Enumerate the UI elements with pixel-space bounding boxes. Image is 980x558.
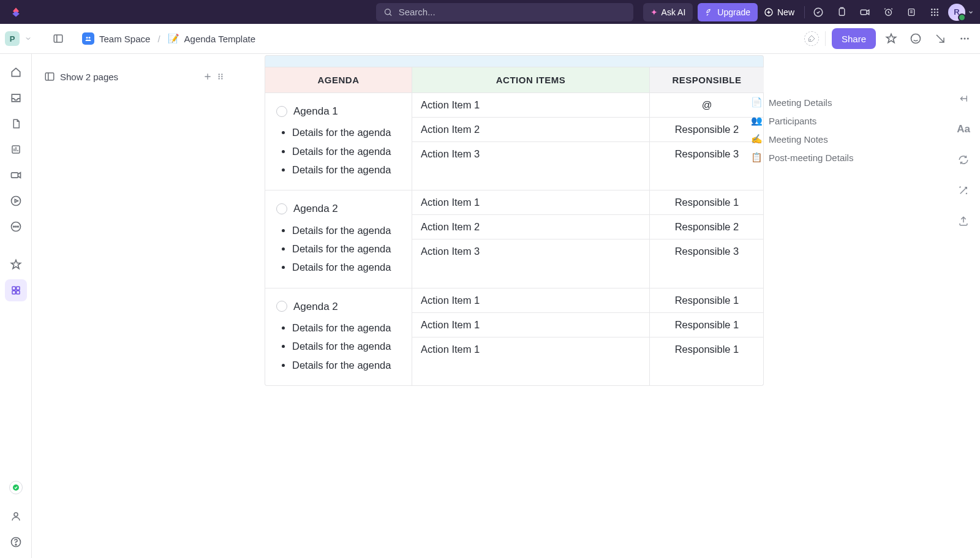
sync-icon[interactable] (956, 152, 971, 168)
show-pages-toggle[interactable]: Show 2 pages (44, 71, 225, 82)
svg-rect-34 (16, 291, 19, 294)
invite-icon[interactable] (5, 505, 27, 527)
notepad-icon[interactable] (902, 7, 921, 17)
drag-handle-icon[interactable] (216, 72, 225, 81)
alarm-icon[interactable] (878, 7, 898, 17)
responsible-item[interactable]: Responsible 2 (650, 118, 764, 142)
responsible-item[interactable]: Responsible 3 (650, 142, 764, 166)
svg-point-7 (931, 9, 933, 10)
apps-grid-icon[interactable] (925, 7, 944, 17)
video-icon[interactable] (855, 7, 875, 18)
home-icon[interactable] (5, 61, 27, 83)
action-item[interactable]: Action Item 1 (412, 93, 649, 118)
responsible-item[interactable]: Responsible 1 (650, 337, 764, 361)
agenda-cell[interactable]: Agenda 2Details for the agen­daDetails f… (265, 190, 412, 287)
tag-button[interactable] (804, 31, 819, 46)
svg-point-15 (937, 14, 938, 16)
outline-label: Participants (769, 116, 816, 126)
export-icon[interactable] (956, 213, 971, 229)
breadcrumb-space[interactable]: Team Space (99, 34, 150, 44)
favorite-button[interactable] (882, 29, 900, 48)
action-cell: Action Item 1Action Item 2Action Item 3 (412, 190, 650, 287)
docs-icon[interactable] (5, 113, 27, 135)
agenda-detail[interactable]: Details for the agen­da (292, 241, 403, 257)
right-tool-rail: Aa (956, 91, 971, 229)
collapse-outline-icon[interactable] (956, 91, 971, 107)
action-item[interactable]: Action Item 1 (412, 288, 649, 313)
agenda-detail[interactable]: Details for the agen­da (292, 259, 403, 275)
sync-status-icon[interactable] (9, 481, 23, 494)
svg-point-21 (960, 38, 962, 40)
outline-item[interactable]: 📄Meeting Details (751, 93, 880, 111)
user-menu[interactable]: R (948, 4, 974, 21)
breadcrumb-page[interactable]: Agenda Template (184, 34, 255, 44)
action-item[interactable]: Action Item 3 (412, 239, 649, 263)
outline-emoji: ✍️ (751, 134, 763, 145)
responsible-item[interactable]: Responsible 2 (650, 215, 764, 239)
sparkle-icon: ✦ (650, 7, 658, 17)
toggle-sidebar-button[interactable] (49, 29, 67, 48)
agenda-detail[interactable]: Details for the agen­da (292, 222, 403, 238)
action-item[interactable]: Action Item 2 (412, 215, 649, 239)
svg-point-11 (934, 11, 936, 13)
check-circle-icon[interactable] (809, 7, 828, 18)
agenda-detail[interactable]: Details for the agen­da (292, 124, 403, 140)
global-search[interactable] (376, 3, 633, 21)
radio-icon[interactable] (276, 301, 287, 312)
more-button[interactable] (956, 29, 974, 48)
action-item[interactable]: Action Item 2 (412, 118, 649, 142)
responsible-item[interactable]: Responsible 1 (650, 313, 764, 337)
comments-button[interactable] (907, 29, 925, 48)
clips-icon[interactable] (5, 164, 27, 186)
upgrade-button[interactable]: Upgrade (698, 3, 758, 21)
divider (804, 6, 805, 18)
magic-icon[interactable] (956, 183, 971, 198)
responsible-item[interactable]: @ (650, 93, 764, 118)
timesheet-icon[interactable] (5, 190, 27, 212)
svg-point-45 (221, 78, 222, 79)
outline-label: Meeting Notes (769, 134, 828, 145)
action-item[interactable]: Action Item 3 (412, 142, 649, 166)
radio-icon[interactable] (276, 203, 287, 214)
responsible-item[interactable]: Responsible 3 (650, 239, 764, 263)
svg-point-29 (15, 226, 17, 227)
outline-item[interactable]: 📋Post-meeting Details (751, 148, 880, 167)
typography-icon[interactable]: Aa (956, 121, 971, 137)
ask-ai-button[interactable]: ✦ Ask AI (643, 3, 693, 21)
spaces-rail-icon[interactable] (5, 279, 27, 301)
action-item[interactable]: Action Item 1 (412, 190, 649, 215)
workspace-chip[interactable]: P (5, 31, 20, 46)
breadcrumb-bar: P Team Space / 📝 Agenda Template Share (0, 24, 980, 54)
inbox-icon[interactable] (5, 87, 27, 109)
dashboards-icon[interactable] (5, 138, 27, 160)
new-button[interactable]: New (764, 7, 794, 17)
responsible-item[interactable]: Responsible 1 (650, 288, 764, 313)
share-button[interactable]: Share (832, 28, 876, 49)
outline-item[interactable]: 👥Participants (751, 111, 880, 130)
clipboard-icon[interactable] (832, 7, 851, 17)
radio-icon[interactable] (276, 106, 287, 117)
document-canvas[interactable]: Show 2 pages AGENDA ACTION ITEMS RESPONS… (32, 54, 980, 558)
agenda-detail[interactable]: Details for the agen­da (292, 320, 403, 336)
svg-point-42 (219, 76, 220, 77)
agenda-detail[interactable]: Details for the agen­da (292, 357, 403, 373)
app-logo[interactable] (0, 6, 32, 18)
outline-item[interactable]: ✍️Meeting Notes (751, 130, 880, 148)
agenda-cell[interactable]: Agenda 1Details for the agen­daDetails f… (265, 93, 412, 190)
chevron-down-icon[interactable] (24, 35, 32, 42)
agenda-detail[interactable]: Details for the agen­da (292, 338, 403, 354)
action-item[interactable]: Action Item 1 (412, 337, 649, 361)
agenda-cell[interactable]: Agenda 2Details for the agen­daDetails f… (265, 288, 412, 385)
more-rail-icon[interactable] (5, 216, 27, 238)
download-button[interactable] (931, 29, 949, 48)
favorites-rail-icon[interactable] (5, 254, 27, 276)
help-icon[interactable] (5, 531, 27, 553)
plus-icon[interactable] (203, 72, 213, 81)
action-item[interactable]: Action Item 1 (412, 313, 649, 337)
agenda-detail[interactable]: Details for the agen­da (292, 143, 403, 159)
search-input[interactable] (398, 6, 626, 18)
svg-rect-39 (45, 73, 54, 80)
responsible-item[interactable]: Responsible 1 (650, 190, 764, 215)
agenda-detail[interactable]: Details for the agen­da (292, 162, 403, 178)
outline-label: Post-meeting Details (769, 153, 853, 163)
